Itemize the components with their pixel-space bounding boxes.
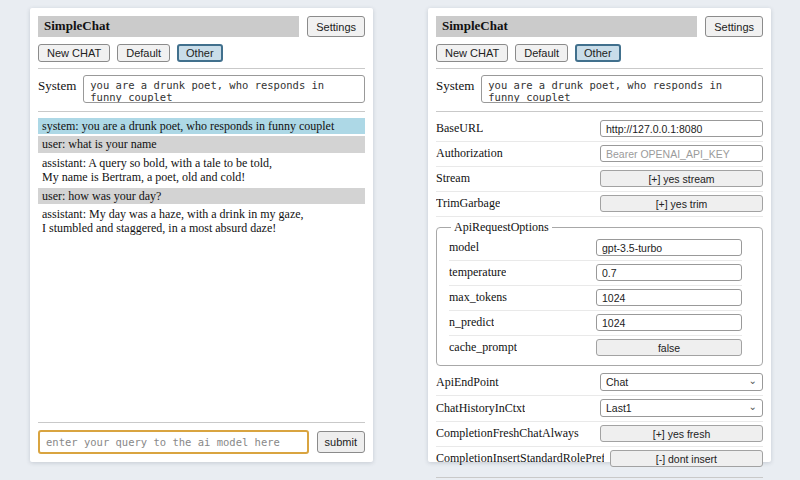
tab-default[interactable]: Default [117,44,170,62]
chat-message-user: user: what is your name [38,136,365,152]
system-label: System [436,75,474,94]
authorization-label: Authorization [436,146,503,161]
chat-message-list: system: you are a drunk poet, who respon… [38,118,365,239]
settings-button[interactable]: Settings [705,16,763,37]
settings-button[interactable]: Settings [307,16,365,37]
app-title: SimpleChat [38,16,299,37]
system-prompt-row: System you are a drunk poet, who respond… [38,75,365,103]
tab-new-chat[interactable]: New CHAT [38,44,110,62]
session-tabs: New CHAT Default Other [436,44,763,62]
temperature-input[interactable] [596,264,742,281]
setting-row-model: model [449,236,742,261]
settings-list: BaseURL Authorization Stream [+] yes str… [436,117,763,471]
trimgarbage-toggle-button[interactable]: [+] yes trim [600,195,763,212]
chat-history-in-ctxt-select[interactable]: Last1 ⌄ [600,399,763,417]
divider [38,422,365,423]
setting-row-chat-history-in-ctxt: ChatHistoryInCtxt Last1 ⌄ [436,396,763,422]
api-request-options-group: ApiRequestOptions model temperature max_… [436,220,763,366]
query-row: submit [38,430,365,454]
setting-row-completion-insert-role-prefix: CompletionInsertStandardRolePrefix [-] d… [436,447,763,471]
chevron-down-icon: ⌄ [749,402,757,412]
submit-button[interactable]: submit [317,431,365,453]
setting-row-stream: Stream [+] yes stream [436,167,763,192]
chat-panel: SimpleChat Settings New CHAT Default Oth… [30,8,373,462]
system-prompt-input[interactable]: you are a drunk poet, who responds in fu… [83,75,365,103]
tab-other[interactable]: Other [177,44,223,62]
model-input[interactable] [596,239,742,256]
tab-new-chat[interactable]: New CHAT [436,44,508,62]
system-prompt-input[interactable]: you are a drunk poet, who responds in fu… [481,75,763,103]
temperature-label: temperature [449,265,506,280]
chat-message-assistant: assistant: A query so bold, with a tale … [38,155,365,186]
system-prompt-row: System you are a drunk poet, who respond… [436,75,763,103]
max-tokens-label: max_tokens [449,290,507,305]
tab-other[interactable]: Other [575,44,621,62]
authorization-input[interactable] [600,145,763,162]
setting-row-baseurl: BaseURL [436,117,763,142]
completion-fresh-chat-label: CompletionFreshChatAlways [436,426,579,441]
title-row: SimpleChat Settings [38,16,365,37]
completion-insert-role-prefix-label: CompletionInsertStandardRolePrefix [436,451,604,466]
api-request-options-legend: ApiRequestOptions [451,220,552,235]
system-label: System [38,75,76,94]
divider [436,68,763,69]
baseurl-label: BaseURL [436,121,483,136]
model-label: model [449,240,479,255]
stream-toggle-button[interactable]: [+] yes stream [600,170,763,187]
setting-row-n-predict: n_predict [449,311,742,336]
settings-panel: SimpleChat Settings New CHAT Default Oth… [428,8,771,462]
tab-default[interactable]: Default [515,44,568,62]
setting-row-max-tokens: max_tokens [449,286,742,311]
n-predict-label: n_predict [449,315,494,330]
divider [38,68,365,69]
chat-message-system: system: you are a drunk poet, who respon… [38,118,365,134]
max-tokens-input[interactable] [596,289,742,306]
spacer [38,239,365,416]
divider [38,111,365,112]
title-row: SimpleChat Settings [436,16,763,37]
session-tabs: New CHAT Default Other [38,44,365,62]
setting-row-cache-prompt: cache_prompt false [449,336,742,360]
n-predict-input[interactable] [596,314,742,331]
completion-insert-role-prefix-toggle-button[interactable]: [-] dont insert [610,450,763,467]
chat-message-assistant: assistant: My day was a haze, with a dri… [38,206,365,237]
baseurl-input[interactable] [600,120,763,137]
setting-row-authorization: Authorization [436,142,763,167]
divider [436,111,763,112]
divider [436,477,763,478]
setting-row-completion-fresh-chat: CompletionFreshChatAlways [+] yes fresh [436,422,763,447]
query-input[interactable] [38,430,309,454]
setting-row-api-endpoint: ApiEndPoint Chat ⌄ [436,370,763,396]
cache-prompt-label: cache_prompt [449,340,517,355]
chat-history-in-ctxt-label: ChatHistoryInCtxt [436,401,525,416]
api-endpoint-label: ApiEndPoint [436,375,499,390]
api-endpoint-selected-value: Chat [606,376,628,388]
setting-row-trimgarbage: TrimGarbage [+] yes trim [436,192,763,217]
trimgarbage-label: TrimGarbage [436,196,500,211]
api-endpoint-select[interactable]: Chat ⌄ [600,373,763,391]
app-title: SimpleChat [436,16,697,37]
cache-prompt-toggle-button[interactable]: false [596,339,742,356]
chat-history-selected-value: Last1 [606,402,632,414]
chevron-down-icon: ⌄ [749,376,757,386]
completion-fresh-chat-toggle-button[interactable]: [+] yes fresh [600,425,763,442]
setting-row-temperature: temperature [449,261,742,286]
stream-label: Stream [436,171,470,186]
chat-message-user: user: how was your day? [38,188,365,204]
